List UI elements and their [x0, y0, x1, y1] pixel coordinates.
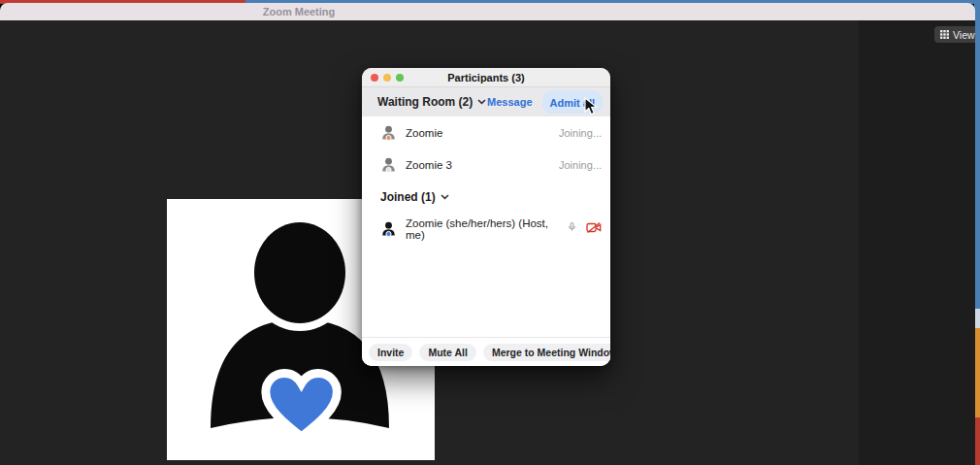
window-title: Zoom Meeting	[243, 3, 355, 20]
participant-name: Zoomie	[406, 127, 442, 139]
waiting-participant-row[interactable]: Zoomie 3 Joining...	[362, 149, 610, 181]
message-button[interactable]: Message	[487, 96, 532, 108]
admit-all-label: Admit all	[550, 97, 595, 109]
chevron-down-icon	[441, 194, 449, 200]
gallery-grid-icon	[940, 30, 949, 39]
mute-all-button-label: Mute All	[428, 347, 467, 358]
admit-all-button[interactable]: Admit all	[542, 90, 603, 114]
participant-av-controls	[567, 219, 602, 238]
mute-all-button[interactable]: Mute All	[419, 344, 475, 361]
zoom-meeting-window: Zoom Meeting View	[0, 3, 975, 465]
meeting-area-divider	[859, 20, 975, 465]
invite-button[interactable]: Invite	[369, 344, 412, 361]
view-button-label: View	[953, 29, 975, 41]
window-titlebar[interactable]: Zoom Meeting	[0, 3, 975, 20]
desktop: Zoom Meeting View	[0, 0, 980, 465]
joined-label: Joined (1)	[380, 190, 436, 204]
merge-to-meeting-window-button[interactable]: Merge to Meeting Window	[483, 344, 610, 361]
joined-participant-row[interactable]: Zoomie (she/her/hers) (Host, me)	[362, 213, 610, 245]
list-empty-space	[362, 245, 610, 337]
waiting-room-label[interactable]: Waiting Room (2)	[377, 95, 473, 109]
minimize-button[interactable]	[383, 74, 391, 82]
joined-section-header[interactable]: Joined (1)	[362, 181, 610, 213]
view-button[interactable]: View	[934, 26, 975, 43]
merge-button-label: Merge to Meeting Window	[492, 347, 610, 358]
mic-icon[interactable]	[567, 219, 577, 238]
invite-button-label: Invite	[377, 347, 404, 358]
close-button[interactable]	[371, 74, 378, 82]
participant-name: Zoomie (she/her/hers) (Host, me)	[406, 217, 567, 241]
person-avatar-icon	[381, 221, 396, 237]
participant-name: Zoomie 3	[406, 159, 452, 171]
participants-panel-footer: Invite Mute All Merge to Meeting Window …	[362, 337, 610, 366]
chevron-down-icon[interactable]	[477, 99, 486, 105]
participant-status: Joining...	[559, 159, 602, 171]
participants-panel: Participants (3) Waiting Room (2) Messag…	[362, 68, 610, 366]
waiting-participant-row[interactable]: Zoomie Joining...	[362, 116, 610, 149]
participants-list: Zoomie Joining... Zoomie 3 Joining	[362, 116, 610, 337]
waiting-room-section-header: Waiting Room (2) Message Admit all	[362, 87, 610, 116]
fullscreen-button[interactable]	[396, 74, 404, 82]
participant-status: Joining...	[559, 127, 602, 139]
video-off-icon[interactable]	[586, 220, 602, 238]
person-avatar-icon	[381, 157, 396, 173]
person-avatar-icon	[381, 125, 396, 141]
meeting-content-area: View Participants (3)	[0, 20, 975, 465]
participants-panel-titlebar[interactable]: Participants (3)	[362, 68, 610, 87]
